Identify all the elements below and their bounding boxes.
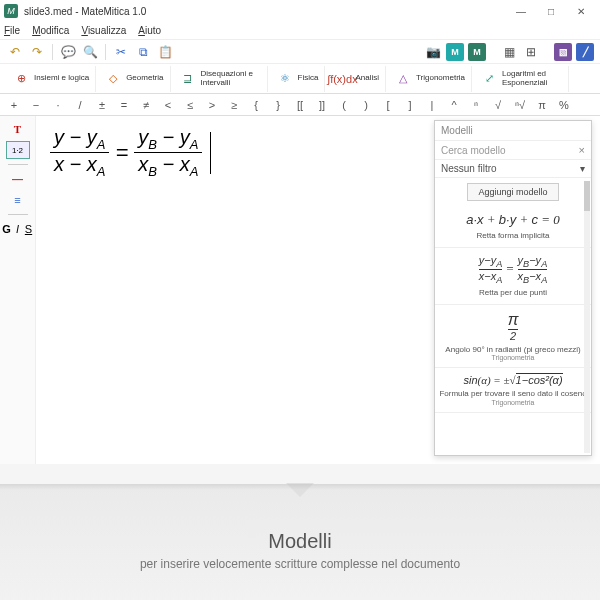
symbol-button[interactable]: ] (404, 99, 416, 111)
paste-button[interactable]: 📋 (156, 43, 174, 61)
symbol-button[interactable]: ≥ (228, 99, 240, 111)
symbol-button[interactable]: % (558, 99, 570, 111)
category-logaritmi-ed-esponenziali[interactable]: ⤢Logaritmi ed Esponenziali (474, 66, 569, 92)
icon-toolbar: ↶ ↷ 💬 🔍 ✂ ⧉ 📋 📷 M M ▦ ⊞ ▧ ╱ (0, 40, 600, 64)
symbol-button[interactable]: + (8, 99, 20, 111)
symbol-button[interactable]: ( (338, 99, 350, 111)
category-disequazioni-e-intervalli[interactable]: ⊒Disequazioni e Intervalli (173, 66, 268, 92)
text-cursor (210, 132, 211, 174)
symbol-button[interactable]: ⁿ√ (514, 99, 526, 111)
models-list: a·x + b·y + c = 0 Retta forma implicita … (435, 206, 591, 455)
m-button[interactable]: M (446, 43, 464, 61)
caption-subtitle: per inserire velocemente scritture compl… (0, 557, 600, 571)
symbol-button[interactable]: π (536, 99, 548, 111)
clear-search-icon[interactable]: × (579, 144, 585, 156)
symbol-button[interactable]: } (272, 99, 284, 111)
symbol-button[interactable]: ^ (448, 99, 460, 111)
menu-help[interactable]: Aiuto (138, 25, 161, 36)
menu-view[interactable]: Visualizza (81, 25, 126, 36)
model-card[interactable]: sin(α) = ±√1−cos²(α) Formula per trovare… (435, 368, 591, 413)
swatch-button[interactable]: ▧ (554, 43, 572, 61)
m2-button[interactable]: M (468, 43, 486, 61)
bold-g[interactable]: G (2, 220, 12, 238)
model-card[interactable]: y−yAx−xA = yB−yAxB−xA Retta per due punt… (435, 248, 591, 305)
add-model-button[interactable]: Aggiungi modello (467, 183, 558, 201)
models-search[interactable]: Cerca modello × (435, 141, 591, 160)
menu-edit[interactable]: Modifica (32, 25, 69, 36)
caption-title: Modelli (0, 530, 600, 553)
symbol-button[interactable]: < (162, 99, 174, 111)
line-tool[interactable]: — (6, 170, 30, 188)
category-analisi[interactable]: ∫f(x)dxAnalisi (327, 66, 386, 92)
models-scrollbar[interactable] (584, 181, 590, 453)
models-filter[interactable]: Nessun filtro ▾ (435, 160, 591, 178)
category-toolbar: ⊕Insiemi e logica◇Geometria⊒Disequazioni… (0, 64, 600, 94)
symbol-button[interactable]: ⁿ (470, 99, 482, 111)
symbol-button[interactable]: > (206, 99, 218, 111)
minimize-button[interactable]: — (506, 0, 536, 22)
symbol-button[interactable]: [[ (294, 99, 306, 111)
search-button[interactable]: 🔍 (81, 43, 99, 61)
models-panel: Modelli Cerca modello × Nessun filtro ▾ … (434, 120, 592, 456)
symbol-button[interactable]: ± (96, 99, 108, 111)
symbol-button[interactable]: { (250, 99, 262, 111)
speak-button[interactable]: 💬 (59, 43, 77, 61)
search-placeholder: Cerca modello (441, 145, 505, 156)
category-fisica[interactable]: ⚛Fisica (270, 66, 326, 92)
maximize-button[interactable]: □ (536, 0, 566, 22)
side-toolbar: T 1·2 — ≡ G I S (0, 116, 36, 464)
menu-file[interactable]: File (4, 25, 20, 36)
italic-i[interactable]: I (14, 220, 22, 238)
redo-button[interactable]: ↷ (28, 43, 46, 61)
slash-button[interactable]: ╱ (576, 43, 594, 61)
copy-button[interactable]: ⧉ (134, 43, 152, 61)
caption-area: Modelli per inserire velocemente scrittu… (0, 484, 600, 600)
symbol-button[interactable]: [ (382, 99, 394, 111)
symbol-button[interactable]: | (426, 99, 438, 111)
symbol-button[interactable]: ]] (316, 99, 328, 111)
main-formula: y − yA x − xA = yB − yA xB − xA (50, 126, 211, 179)
camera-button[interactable]: 📷 (424, 43, 442, 61)
symbol-button[interactable]: · (52, 99, 64, 111)
symbol-button[interactable]: ≤ (184, 99, 196, 111)
symbol-button[interactable]: √ (492, 99, 504, 111)
undo-button[interactable]: ↶ (6, 43, 24, 61)
symbol-button[interactable]: / (74, 99, 86, 111)
app-icon: M (4, 4, 18, 18)
category-geometria[interactable]: ◇Geometria (98, 66, 170, 92)
category-insiemi-e-logica[interactable]: ⊕Insiemi e logica (6, 66, 96, 92)
chevron-down-icon: ▾ (580, 163, 585, 174)
symbol-button[interactable]: ) (360, 99, 372, 111)
fraction-tool[interactable]: 1·2 (6, 141, 30, 159)
main-area: T 1·2 — ≡ G I S y − yA x − xA = yB − yA … (0, 116, 600, 464)
stack-tool[interactable]: ≡ (6, 191, 30, 209)
category-trigonometria[interactable]: △Trigonometria (388, 66, 472, 92)
model-card[interactable]: a·x + b·y + c = 0 Retta forma implicita (435, 206, 591, 248)
text-tool[interactable]: T (6, 120, 30, 138)
close-button[interactable]: ✕ (566, 0, 596, 22)
symbol-button[interactable]: − (30, 99, 42, 111)
separator (105, 44, 106, 60)
editor-canvas[interactable]: y − yA x − xA = yB − yA xB − xA Modelli … (36, 116, 600, 464)
apps-button[interactable]: ⊞ (522, 43, 540, 61)
models-panel-title: Modelli (435, 121, 591, 141)
symbol-button[interactable]: = (118, 99, 130, 111)
model-card[interactable]: π2 Angolo 90° in radianti (pi greco mezz… (435, 305, 591, 369)
separator (52, 44, 53, 60)
underline-s[interactable]: S (24, 220, 34, 238)
window-title: slide3.med - MateMitica 1.0 (24, 6, 506, 17)
titlebar: M slide3.med - MateMitica 1.0 — □ ✕ (0, 0, 600, 22)
cut-button[interactable]: ✂ (112, 43, 130, 61)
symbol-toolbar: +−·/±=≠<≤>≥{}[[]]()[]|^ⁿ√ⁿ√π% (0, 94, 600, 116)
grid-button[interactable]: ▦ (500, 43, 518, 61)
menubar: File Modifica Visualizza Aiuto (0, 22, 600, 40)
symbol-button[interactable]: ≠ (140, 99, 152, 111)
